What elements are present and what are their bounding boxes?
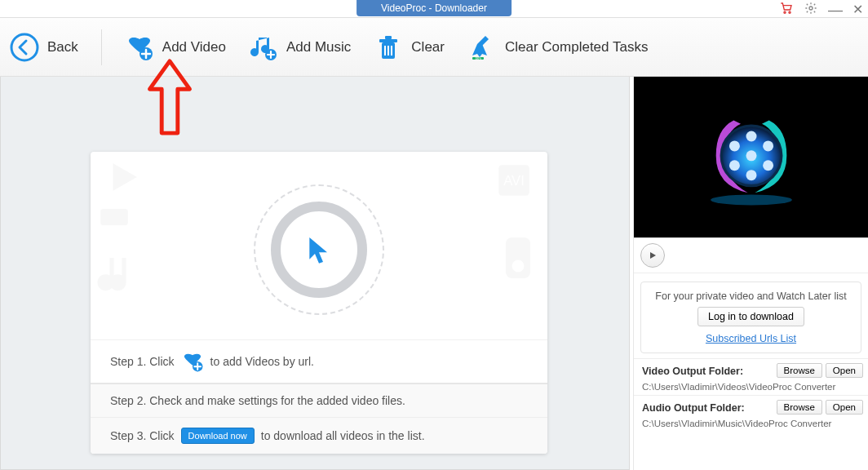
clear-button[interactable]: Clear [374, 33, 445, 62]
drop-target[interactable] [254, 184, 384, 315]
download-list-pane: AVI Step 1. Click to add Videos by url. [0, 77, 630, 470]
svg-point-26 [728, 160, 739, 171]
download-now-badge: Download now [181, 428, 255, 444]
add-music-icon [249, 33, 278, 62]
svg-point-23 [763, 140, 773, 151]
steps-list: Step 1. Click to add Videos by url. Step… [91, 339, 547, 454]
add-video-mini-icon [181, 350, 204, 373]
svg-text:AVI: AVI [503, 173, 525, 188]
back-icon [10, 33, 39, 62]
clear-completed-button[interactable]: 100% Clear Completed Tasks [467, 33, 648, 62]
toolbar-divider [101, 29, 102, 65]
step1-text-a: Step 1. Click [110, 355, 175, 368]
svg-point-21 [746, 150, 756, 161]
svg-point-18 [711, 194, 792, 205]
audio-browse-button[interactable]: Browse [777, 400, 822, 415]
close-icon[interactable]: ✕ [852, 2, 863, 17]
svg-rect-13 [498, 165, 529, 196]
subscribed-urls-link[interactable]: Subscribed Urls List [649, 333, 852, 344]
svg-point-22 [746, 131, 756, 141]
add-video-icon [125, 33, 154, 62]
svg-point-1 [789, 11, 790, 13]
login-button[interactable]: Log in to download [698, 307, 804, 326]
svg-rect-15 [506, 237, 530, 278]
video-output-section: Video Output Folder: Browse Open C:\User… [634, 358, 868, 395]
svg-marker-11 [113, 163, 137, 190]
play-controls [634, 238, 868, 273]
cart-icon[interactable] [779, 2, 794, 17]
video-browse-button[interactable]: Browse [777, 363, 822, 378]
step1-text-b: to add Videos by url. [210, 355, 314, 368]
window-title: VideoProc - Downloader [356, 0, 512, 16]
gear-icon[interactable] [804, 2, 818, 17]
videoproc-logo-icon [698, 104, 804, 211]
svg-text:100%: 100% [475, 57, 481, 60]
back-button[interactable]: Back [10, 33, 78, 62]
step-3-row: Step 3. Click Download now to download a… [91, 417, 547, 454]
video-output-path: C:\Users\Vladimir\Videos\VideoProc Conve… [642, 382, 860, 392]
step-2-row: Step 2. Check and make settings for the … [91, 383, 547, 417]
svg-rect-7 [379, 39, 397, 42]
audio-output-section: Audio Output Folder: Browse Open C:\User… [634, 395, 868, 432]
step2-text: Step 2. Check and make settings for the … [110, 394, 405, 407]
clear-label: Clear [411, 39, 445, 55]
video-preview [634, 77, 868, 238]
add-video-label: Add Video [162, 39, 226, 55]
svg-point-2 [809, 7, 813, 10]
trash-icon [374, 33, 403, 62]
drop-card: AVI Step 1. Click to add Videos by url. [91, 152, 547, 454]
svg-rect-12 [100, 209, 127, 225]
add-music-label: Add Music [286, 39, 351, 55]
private-video-text: For your private video and Watch Later l… [649, 290, 852, 302]
title-bar: VideoProc - Downloader — ✕ [0, 0, 868, 18]
back-label: Back [47, 39, 78, 55]
toolbar: Back Add Video Add Music Clear 100% Clea… [0, 18, 868, 77]
svg-point-25 [746, 170, 756, 180]
svg-point-3 [11, 34, 38, 60]
video-open-button[interactable]: Open [826, 363, 863, 378]
audio-output-path: C:\Users\Vladimir\Music\VideoProc Conver… [642, 419, 860, 428]
play-icon [648, 251, 658, 260]
step3-text-b: to download all videos in the list. [261, 429, 425, 442]
svg-marker-28 [650, 252, 656, 259]
main-area: AVI Step 1. Click to add Videos by url. [0, 77, 868, 470]
add-music-button[interactable]: Add Music [249, 33, 351, 62]
window-controls: — ✕ [779, 2, 863, 17]
svg-point-16 [512, 260, 525, 273]
broom-icon: 100% [467, 33, 497, 62]
play-button[interactable] [640, 243, 665, 268]
svg-rect-8 [385, 36, 392, 39]
audio-open-button[interactable]: Open [826, 400, 863, 415]
step-1-row: Step 1. Click to add Videos by url. [91, 339, 547, 383]
svg-point-27 [728, 140, 739, 151]
login-card: For your private video and Watch Later l… [640, 282, 861, 353]
minimize-icon[interactable]: — [828, 6, 843, 14]
add-video-button[interactable]: Add Video [125, 33, 226, 62]
svg-point-24 [763, 160, 773, 171]
cursor-icon [303, 233, 335, 266]
svg-point-0 [784, 11, 786, 13]
side-panel: For your private video and Watch Later l… [633, 77, 868, 470]
clear-completed-label: Clear Completed Tasks [505, 39, 648, 55]
step3-text-a: Step 3. Click [110, 429, 175, 442]
